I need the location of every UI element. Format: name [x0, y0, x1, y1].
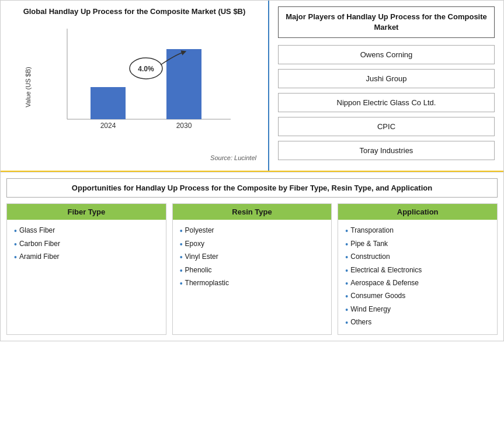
player-item-2: Jushi Group [278, 69, 495, 88]
opportunities-section: Opportunities for Handlay Up Process for… [1, 172, 503, 340]
top-section: Global Handlay Up Process for the Compos… [1, 1, 503, 172]
app-item-2: • Construction [345, 251, 490, 264]
main-container: Global Handlay Up Process for the Compos… [0, 0, 504, 341]
app-item-1: • Pipe & Tank [345, 238, 490, 251]
bullet-icon: • [180, 251, 183, 264]
bullet-icon: • [180, 238, 183, 251]
players-area: Major Players of Handlay Up Process for … [269, 1, 503, 171]
bullet-icon: • [180, 277, 183, 290]
opportunities-title: Opportunities for Handlay Up Process for… [6, 178, 498, 198]
bullet-icon: • [345, 290, 348, 303]
svg-text:2024: 2024 [100, 122, 116, 130]
chart-svg: 2024 2030 4.0% [30, 23, 256, 140]
bullet-icon: • [180, 224, 183, 237]
player-item-1: Owens Corning [278, 45, 495, 64]
svg-rect-3 [166, 49, 201, 119]
y-axis-label: Value (US $B) [25, 67, 32, 108]
application-body: • Transporation • Pipe & Tank • Construc… [338, 220, 497, 334]
svg-text:2030: 2030 [176, 122, 192, 130]
fiber-type-header: Fiber Type [7, 204, 166, 220]
resin-item-0: • Polyester [180, 224, 325, 237]
app-item-7: • Others [345, 316, 490, 329]
player-item-3: Nippon Electric Glass Co Ltd. [278, 93, 495, 112]
player-item-5: Toray Industries [278, 141, 495, 160]
resin-item-3: • Phenolic [180, 264, 325, 277]
bullet-icon: • [345, 277, 348, 290]
application-col: Application • Transporation • Pipe & Tan… [338, 203, 498, 334]
app-item-3: • Electrical & Electronics [345, 264, 490, 277]
resin-item-4: • Thermoplastic [180, 277, 325, 290]
fiber-item-1: • Carbon Fiber [14, 238, 159, 251]
app-item-4: • Aerospace & Defense [345, 277, 490, 290]
fiber-type-col: Fiber Type • Glass Fiber • Carbon Fiber … [6, 203, 166, 334]
chart-body: Value (US $B) 2024 2030 4.0% [30, 23, 256, 151]
categories-row: Fiber Type • Glass Fiber • Carbon Fiber … [1, 203, 503, 340]
app-item-5: • Consumer Goods [345, 290, 490, 303]
app-item-0: • Transporation [345, 224, 490, 237]
svg-rect-2 [91, 87, 126, 119]
source-text: Source: Lucintel [6, 154, 262, 161]
bullet-icon: • [345, 303, 348, 316]
application-header: Application [338, 204, 497, 220]
svg-text:4.0%: 4.0% [138, 65, 154, 73]
bullet-icon: • [345, 316, 348, 329]
fiber-item-2: • Aramid Fiber [14, 251, 159, 264]
bullet-icon: • [345, 238, 348, 251]
resin-type-body: • Polyester • Epoxy • Vinyl Ester • Phen… [173, 220, 332, 295]
bullet-icon: • [345, 224, 348, 237]
player-item-4: CPIC [278, 117, 495, 136]
bullet-icon: • [14, 251, 17, 264]
bullet-icon: • [14, 238, 17, 251]
fiber-type-body: • Glass Fiber • Carbon Fiber • Aramid Fi… [7, 220, 166, 268]
app-item-6: • Wind Energy [345, 303, 490, 316]
bullet-icon: • [345, 251, 348, 264]
bullet-icon: • [345, 264, 348, 277]
chart-title: Global Handlay Up Process for the Compos… [6, 6, 262, 17]
resin-type-col: Resin Type • Polyester • Epoxy • Vinyl E… [172, 203, 332, 334]
bullet-icon: • [180, 264, 183, 277]
players-title: Major Players of Handlay Up Process for … [278, 6, 495, 38]
resin-type-header: Resin Type [173, 204, 332, 220]
resin-item-2: • Vinyl Ester [180, 251, 325, 264]
bullet-icon: • [14, 224, 17, 237]
chart-area: Global Handlay Up Process for the Compos… [1, 1, 269, 171]
fiber-item-0: • Glass Fiber [14, 224, 159, 237]
resin-item-1: • Epoxy [180, 238, 325, 251]
